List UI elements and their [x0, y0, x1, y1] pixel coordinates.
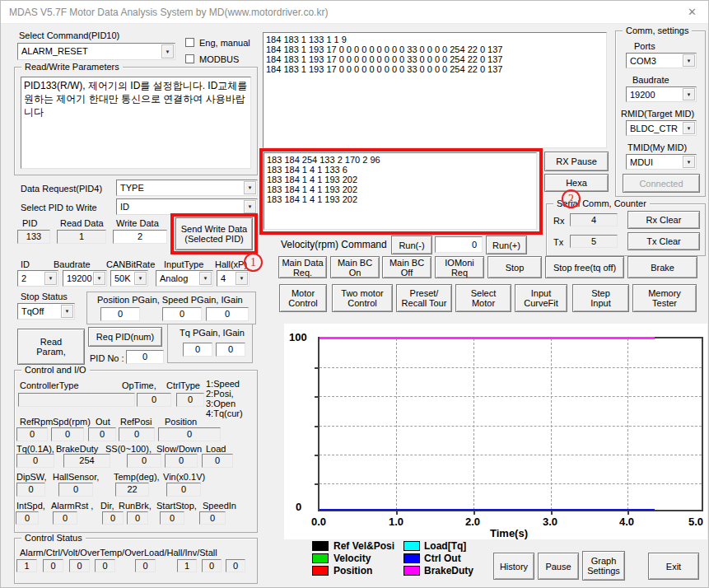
chevron-down-icon[interactable]: ▼: [683, 156, 695, 168]
write-data-field[interactable]: 2: [113, 230, 167, 244]
rx-log[interactable]: 184 183 1 133 1 1 9 184 183 1 193 17 0 0…: [263, 32, 607, 148]
stop-button[interactable]: Stop: [487, 256, 542, 278]
inputtype-dropdown[interactable]: Analog ▼: [156, 270, 213, 287]
exit-button[interactable]: Exit: [648, 553, 699, 580]
history-button[interactable]: History: [493, 553, 534, 580]
rx-pause-button[interactable]: RX Pause: [544, 152, 609, 171]
hall-value: 4: [221, 273, 226, 283]
igain-field[interactable]: 0: [206, 307, 249, 321]
eng-manual-checkbox[interactable]: [185, 38, 194, 47]
baudrate-dropdown[interactable]: 19200 ▼: [63, 270, 107, 287]
select-command-dropdown[interactable]: ALARM_RESET ▼: [17, 43, 175, 60]
ctrltype-field: 0: [176, 393, 204, 407]
id-dropdown[interactable]: 2 ▼: [17, 270, 58, 287]
select-motor-button[interactable]: SelectMotor: [455, 284, 511, 312]
read-data-label: Read Data: [60, 218, 104, 228]
hall-dropdown[interactable]: 4 ▼: [217, 270, 250, 287]
run-plus-button[interactable]: Run(+): [486, 236, 527, 254]
step-input-button[interactable]: StepInput: [572, 284, 629, 312]
button-label: Stop: [506, 263, 525, 273]
chevron-down-icon[interactable]: ▼: [683, 54, 695, 67]
button-label: Recall Tour: [402, 298, 447, 308]
input-curvefit-button[interactable]: InputCurveFit: [515, 284, 567, 312]
chevron-down-icon[interactable]: ▼: [61, 305, 73, 318]
chevron-down-icon[interactable]: ▼: [199, 272, 212, 285]
close-icon[interactable]: ✕: [688, 6, 697, 18]
modbus-label: MODBUS: [199, 54, 239, 64]
tq-pgain-field[interactable]: 0: [183, 343, 212, 357]
spdrpm-field: 0: [51, 427, 84, 441]
select-pid-dropdown[interactable]: ID ▼: [116, 198, 258, 215]
brake-button[interactable]: Brake: [627, 256, 697, 278]
graph-settings-button[interactable]: Graph Settings: [582, 551, 625, 581]
spdrpm-label: Spd(rpm): [53, 417, 91, 427]
tmid-value: MDUI: [630, 157, 653, 167]
intspd-field: 0: [16, 511, 39, 525]
button-label: CurveFit: [524, 298, 558, 308]
log-line: 184 183 1 133 1 1 9: [266, 35, 604, 44]
iomoni-req-button[interactable]: IOMoniReq: [435, 256, 484, 278]
data-request-dropdown[interactable]: TYPE ▼: [116, 180, 258, 196]
chevron-down-icon[interactable]: ▼: [134, 272, 147, 285]
ports-value: COM3: [630, 56, 656, 66]
tmid-dropdown[interactable]: MDUI ▼: [626, 154, 697, 170]
chevron-down-icon[interactable]: ▼: [683, 88, 695, 100]
send-write-data-button[interactable]: Send Write Data (Selected PID): [175, 217, 253, 250]
two-motor-control-button[interactable]: Two motorControl: [332, 284, 393, 312]
pause-button[interactable]: Pause: [538, 553, 579, 580]
main-bc-off-button[interactable]: Main BCOff: [382, 256, 431, 278]
x-tick-label: 1.0: [385, 516, 408, 528]
rx-clear-button[interactable]: Rx Clear: [627, 211, 700, 229]
motor-control-button[interactable]: MotorControl: [279, 284, 327, 312]
chevron-down-icon[interactable]: ▼: [244, 200, 256, 213]
chevron-down-icon[interactable]: ▼: [44, 272, 57, 285]
tq-igain-field[interactable]: 0: [216, 343, 245, 357]
chevron-down-icon[interactable]: ▼: [93, 272, 105, 285]
rx-count-field: 4: [570, 213, 618, 226]
stop-free-button[interactable]: Stop free(tq off): [545, 256, 624, 278]
velocity-command-label: Velocity(rpm) Command: [281, 240, 387, 250]
chevron-down-icon[interactable]: ▼: [244, 181, 256, 194]
pid-no-field[interactable]: 0: [126, 350, 164, 364]
run-minus-button[interactable]: Run(-): [391, 236, 432, 254]
chevron-down-icon[interactable]: ▼: [683, 122, 695, 134]
y-axis-max-label: 100: [289, 332, 307, 343]
button-label: Control: [348, 298, 376, 308]
modbus-checkbox[interactable]: [185, 54, 194, 63]
tx-clear-button[interactable]: Tx Clear: [627, 232, 700, 250]
stop-status-dropdown[interactable]: TqOff ▼: [17, 303, 75, 320]
rmid-value: BLDC_CTR: [630, 124, 678, 133]
tx-log[interactable]: 183 184 254 133 2 170 2 96 183 184 1 4 1…: [264, 152, 537, 230]
rw-params-text[interactable]: PID133(R/W), 제어기의 ID를 설정합니다. ID교체를 원하는 제…: [21, 77, 251, 169]
read-param-button[interactable]: Read Param,: [17, 329, 85, 365]
comm-baudrate-dropdown[interactable]: 19200 ▼: [626, 86, 697, 102]
chevron-down-icon[interactable]: ▼: [236, 272, 248, 285]
slowdown-field: 0: [165, 454, 198, 468]
status-stall-field: 0: [226, 559, 245, 572]
legend-swatch-velocity: [312, 553, 329, 563]
main-bc-on-button[interactable]: Main BCOn: [330, 256, 380, 278]
memory-tester-button[interactable]: MemoryTester: [632, 284, 697, 312]
req-pid-button[interactable]: Req PID(num): [88, 327, 162, 347]
chevron-down-icon[interactable]: ▼: [161, 44, 174, 58]
legend-label-brakeduty: BrakeDuty: [424, 566, 473, 576]
canbitrate-dropdown[interactable]: 50K ▼: [110, 270, 148, 287]
select-pid-value: ID: [120, 202, 129, 212]
legend-swatch-position: [312, 566, 329, 576]
main-data-req-button[interactable]: Main DataReq.: [278, 256, 327, 278]
speedin-label: SpeedIn: [203, 501, 236, 511]
preset-recall-tour-button[interactable]: Preset/Recall Tour: [396, 284, 452, 312]
control-status-label: Alarm/Ctrl/Volt/OverTemp/OverLoad/Hall/I…: [20, 548, 217, 558]
speed-pgain-field[interactable]: 0: [162, 307, 202, 321]
optime-field: 0: [137, 393, 171, 407]
select-pid-label: Select PID to Write: [21, 203, 97, 212]
hexa-button[interactable]: Hexa: [544, 174, 609, 192]
out-field: 0: [88, 427, 116, 441]
legend-swatch-brakeduty: [403, 566, 420, 576]
pause-label: Pause: [545, 562, 571, 572]
position-pgain-field[interactable]: 0: [100, 307, 140, 321]
velocity-input[interactable]: 0: [435, 236, 483, 253]
ports-dropdown[interactable]: COM3 ▼: [626, 53, 697, 68]
rmid-dropdown[interactable]: BLDC_CTR ▼: [626, 120, 697, 136]
log-line: 183 184 254 133 2 170 2 96: [267, 155, 534, 165]
